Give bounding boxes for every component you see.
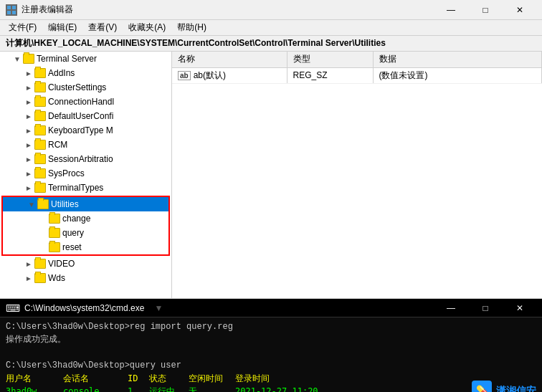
cmd-close-button[interactable]: ✕ [503,299,536,317]
minimize-button[interactable]: — [434,0,467,20]
col-type: 类型 [287,52,373,67]
utilities-highlight-box: ▼ Utilities change query [1,196,170,256]
cmd-title-bar: ⌨ C:\Windows\system32\cmd.exe ▼ — □ ✕ [0,299,542,317]
folder-icon [34,125,46,135]
folder-icon [34,168,46,178]
tree-item-change[interactable]: change [3,211,168,226]
registry-values-panel: 名称 类型 数据 ab ab(默认) REG_SZ [172,52,542,298]
table-row[interactable]: ab ab(默认) REG_SZ (数值未设置) [172,67,542,83]
expander-icon: ► [23,274,34,282]
expander-icon [37,229,49,237]
data-login: 2021-12-27 11:20 [235,385,328,392]
tree-label: change [62,214,90,224]
svg-rect-2 [7,11,11,14]
tree-item-terminal-server[interactable]: ▼ Terminal Server [0,52,171,66]
expander-icon: ► [23,184,34,192]
address-bar: 计算机\HKEY_LOCAL_MACHINE\SYSTEM\CurrentCon… [0,36,542,52]
folder-icon [49,242,60,252]
tree-item-query[interactable]: query [3,226,168,240]
close-button[interactable]: ✕ [503,0,536,20]
cmd-line-blank [6,346,536,359]
ab-icon: ab [178,71,191,80]
tree-label: ConnectionHandl [48,97,114,107]
menu-file[interactable]: 文件(F) [3,20,42,35]
menu-edit[interactable]: 编辑(E) [42,20,82,35]
tree-item-utilities[interactable]: ▼ Utilities [3,197,168,211]
header-username: 用户名 [6,372,63,385]
tree-item-keyboardtype[interactable]: ► KeyboardType M [0,123,171,138]
data-username: 3had0w [6,385,63,392]
cmd-minimize-button[interactable]: — [434,299,467,317]
expander-icon: ► [23,113,34,120]
cmd-window: ⌨ C:\Windows\system32\cmd.exe ▼ — □ ✕ C:… [0,299,542,392]
tree-label: AddIns [48,68,75,78]
cmd-tab-indicator: ▼ [154,303,163,313]
cmd-line-3: C:\Users\3had0w\Desktop>query user [6,359,536,372]
tree-label: reset [62,242,82,252]
tree-label: query [62,228,84,238]
watermark: 💊 潇湘信安 [472,381,536,392]
expander-icon: ► [23,156,34,163]
expander-icon: ▼ [26,201,37,209]
menu-favorites[interactable]: 收藏夹(A) [123,20,171,35]
tree-label: SessionArbitratio [48,154,113,164]
tree-item-connectionhandl[interactable]: ► ConnectionHandl [0,95,171,109]
window-title: 注册表编辑器 [22,4,73,16]
registry-table: 名称 类型 数据 ab ab(默认) REG_SZ [172,52,542,84]
reg-type-cell: REG_SZ [287,67,373,83]
tree-item-video[interactable]: ► VIDEO [0,257,171,271]
menu-view[interactable]: 查看(V) [82,20,123,35]
svg-rect-3 [12,11,16,14]
folder-icon [34,273,46,283]
reg-name-cell: ab ab(默认) [172,67,287,83]
header-id: ID [128,372,149,385]
data-id: 1 [128,385,149,392]
col-data: 数据 [373,52,542,67]
data-status: 运行中 [149,385,189,392]
tree-label: ClusterSettings [48,82,106,92]
tree-label: RCM [48,140,67,150]
watermark-text: 潇湘信安 [496,383,536,393]
folder-icon [34,259,46,269]
header-session: 会话名 [63,372,128,385]
expander-icon: ► [23,127,34,135]
main-area: ▼ Terminal Server ► AddIns ► ClusterSett… [0,52,542,299]
tree-item-defaultuserconfi[interactable]: ► DefaultUserConfi [0,109,171,123]
maximize-button[interactable]: □ [469,0,502,20]
tree-item-wds[interactable]: ► Wds [0,271,171,285]
cmd-prompt-2: C:\Users\3had0w\Desktop> [6,360,130,371]
folder-icon [34,111,46,121]
header-idle: 空闲时间 [189,372,235,385]
header-login: 登录时间 [235,372,321,385]
expander-icon: ► [23,141,34,149]
cmd-command-1: reg import query.reg [130,322,233,332]
cmd-title-left: ⌨ C:\Windows\system32\cmd.exe ▼ [6,302,163,314]
expander-icon: ► [23,260,34,268]
cmd-controls: — □ ✕ [434,299,536,317]
menu-bar: 文件(F) 编辑(E) 查看(V) 收藏夹(A) 帮助(H) [0,20,542,36]
address-text: 计算机\HKEY_LOCAL_MACHINE\SYSTEM\CurrentCon… [6,37,386,49]
folder-icon [34,97,46,107]
menu-help[interactable]: 帮助(H) [171,20,212,35]
tree-item-clustersettings[interactable]: ► ClusterSettings [0,80,171,95]
reg-name-text: ab(默认) [194,70,226,82]
folder-icon [23,54,34,64]
tree-label: Terminal Server [37,54,97,64]
cmd-maximize-button[interactable]: □ [469,299,502,317]
tree-item-sysprocs[interactable]: ► SysProcs [0,166,171,181]
tree-label: SysProcs [48,168,85,178]
regeditor-window: 注册表编辑器 — □ ✕ 文件(F) 编辑(E) 查看(V) 收藏夹(A) 帮助… [0,0,542,299]
data-session: console [63,385,128,392]
tree-item-rcm[interactable]: ► RCM [0,138,171,152]
cmd-line-2: 操作成功完成。 [6,333,536,346]
expander-icon: ► [23,70,34,77]
folder-icon [49,228,60,238]
tree-item-terminaltypes[interactable]: ► TerminalTypes [0,181,171,195]
tree-label: VIDEO [48,259,75,269]
cmd-table-row: 3had0w console 1 运行中 无 2021-12-27 11:20 … [6,385,536,392]
col-name: 名称 [172,52,287,67]
tree-item-sessionarbitratio[interactable]: ► SessionArbitratio [0,152,171,166]
tree-item-addins[interactable]: ► AddIns [0,66,171,80]
tree-item-reset[interactable]: reset [3,240,168,254]
svg-rect-1 [12,6,16,9]
